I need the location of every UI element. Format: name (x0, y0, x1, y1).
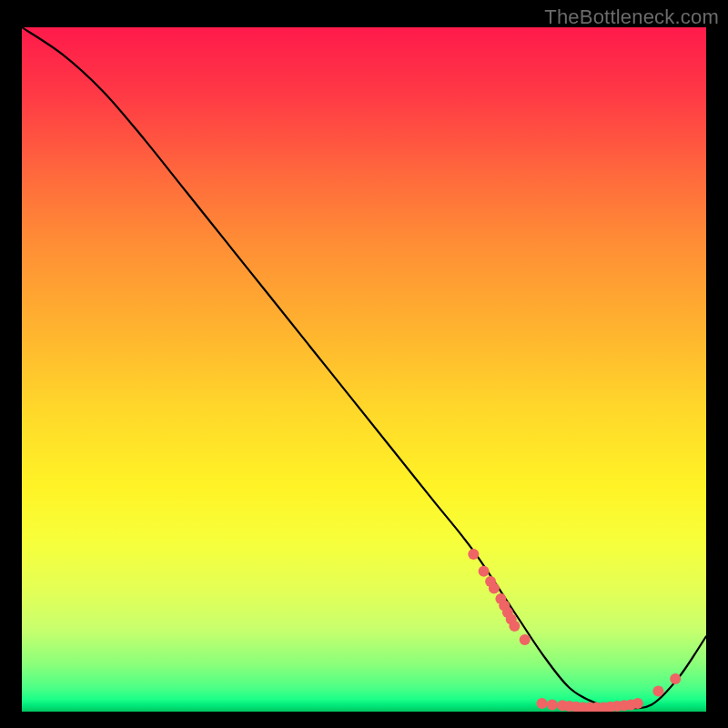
chart-svg (22, 27, 706, 712)
data-point (652, 685, 663, 696)
data-point (479, 566, 490, 577)
data-points-group (468, 549, 681, 712)
data-point (468, 549, 479, 560)
data-point (489, 583, 500, 594)
watermark-text: TheBottleneck.com (544, 5, 719, 29)
bottleneck-curve (22, 27, 706, 708)
data-point (632, 698, 643, 709)
data-point (520, 634, 531, 645)
data-point (670, 673, 681, 684)
data-point (547, 700, 558, 711)
data-point (509, 621, 520, 632)
data-point (537, 698, 548, 709)
chart-frame: TheBottleneck.com (0, 0, 728, 728)
gradient-plot-area (22, 27, 706, 712)
